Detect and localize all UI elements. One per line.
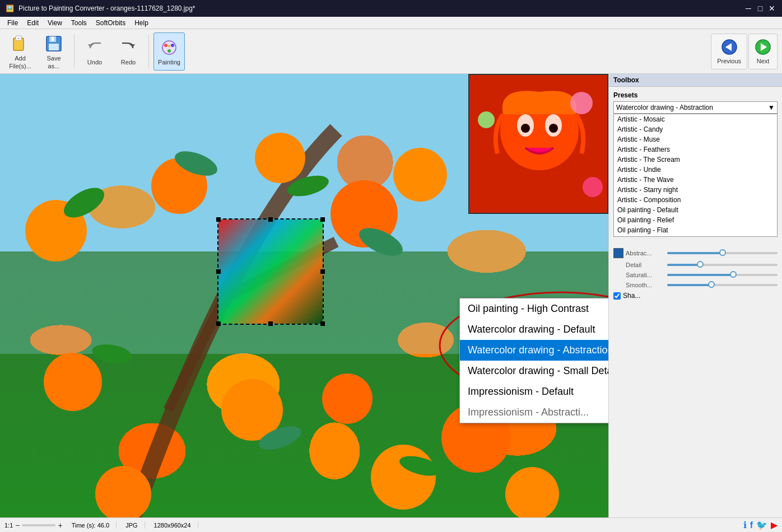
zoom-plus-button[interactable]: + [58, 521, 62, 530]
main-content: Oil painting - High Contrast Watercolor … [0, 74, 782, 517]
twitter-icon[interactable]: 🐦 [756, 520, 767, 530]
dropdown-watercolor-default[interactable]: Watercolor drawing - Default [460, 319, 608, 340]
handle-top-left[interactable] [216, 217, 221, 222]
redo-label: Redo [121, 59, 136, 66]
preset-artistic-the-scream[interactable]: Artistic - The Scream [614, 155, 777, 165]
youtube-icon[interactable]: ▶ [771, 520, 778, 530]
presets-section: Presets Watercolor drawing - Abstraction… [613, 91, 778, 114]
previous-button[interactable]: Previous [711, 34, 747, 69]
menu-softorbits[interactable]: SoftOrbits [91, 18, 130, 28]
presets-dropdown-list[interactable]: Artistic - Mosaic Artistic - Candy Artis… [613, 114, 778, 237]
titlebar-left: 🖼️ Picture to Painting Converter - orang… [6, 4, 196, 12]
preset-artistic-undie[interactable]: Artistic - Undie [614, 165, 777, 175]
preset-artistic-candy[interactable]: Artistic - Candy [614, 124, 777, 134]
add-files-label: Add [15, 55, 26, 62]
selection-box[interactable] [217, 218, 324, 325]
handle-bottom-mid[interactable] [268, 321, 273, 326]
app-title: Picture to Painting Converter - oranges-… [18, 4, 196, 12]
painting-button[interactable]: Painting [153, 32, 185, 71]
abstraction-color-swatch [613, 248, 623, 258]
svg-point-44 [549, 124, 558, 133]
minimize-button[interactable]: ─ [744, 4, 753, 13]
preset-artistic-composition[interactable]: Artistic - Composition [614, 195, 777, 205]
svg-point-47 [583, 177, 603, 197]
handle-top-right[interactable] [320, 217, 325, 222]
svg-point-11 [171, 44, 174, 47]
detail-slider-row: Detail [613, 262, 778, 268]
facebook-icon[interactable]: f [750, 520, 753, 530]
dropdown-impressionism-abstracti[interactable]: Impressionism - Abstracti... [460, 402, 608, 423]
add-files-label2: File(s)... [9, 63, 31, 69]
status-format: JPG [125, 522, 145, 529]
preset-artistic-feathers[interactable]: Artistic - Feathers [614, 144, 777, 155]
saturation-label: Saturati... [626, 272, 665, 278]
sha-checkbox[interactable] [613, 292, 621, 300]
canvas-area[interactable]: Oil painting - High Contrast Watercolor … [0, 74, 608, 517]
dropdown-oil-high-contrast[interactable]: Oil painting - High Contrast [460, 298, 608, 319]
dropdown-impressionism-default[interactable]: Impressionism - Default [460, 381, 608, 402]
save-as-label2: as... [48, 63, 60, 69]
abstraction-track[interactable] [667, 252, 778, 254]
save-as-button[interactable]: Save as... [38, 32, 69, 71]
titlebar: 🖼️ Picture to Painting Converter - orang… [0, 0, 782, 17]
preset-oil-default[interactable]: Oil painting - Default [614, 205, 777, 215]
big-dropdown-overlay[interactable]: Oil painting - High Contrast Watercolor … [459, 298, 608, 423]
svg-point-12 [167, 49, 171, 53]
close-button[interactable]: ✕ [767, 4, 776, 13]
menu-tools[interactable]: Tools [67, 18, 91, 28]
presets-selected: Watercolor drawing - Abstraction [616, 104, 713, 111]
handle-mid-left[interactable] [216, 269, 221, 274]
toolbar-separator-1 [74, 35, 75, 68]
presets-chevron: ▼ [768, 104, 775, 111]
detail-track[interactable] [667, 264, 778, 266]
handle-bottom-left[interactable] [216, 321, 221, 326]
preset-artistic-muse[interactable]: Artistic - Muse [614, 134, 777, 144]
previous-label: Previous [717, 58, 741, 64]
time-value: 46.0 [97, 522, 109, 529]
preset-artistic-the-wave[interactable]: Artistic - The Wave [614, 175, 777, 185]
zoom-level: 1:1 [4, 522, 13, 529]
saturation-fill [667, 274, 733, 276]
saturation-track[interactable] [667, 274, 778, 276]
menu-help[interactable]: Help [130, 18, 153, 28]
painting-icon [159, 38, 179, 58]
smooth-track[interactable] [667, 284, 778, 286]
dropdown-watercolor-small-details[interactable]: Watercolor drawing - Small Details [460, 361, 608, 381]
zoom-minus-button[interactable]: − [15, 521, 20, 530]
zoom-slider[interactable] [22, 524, 55, 526]
maximize-button[interactable]: □ [756, 4, 765, 13]
menu-file[interactable]: File [3, 18, 22, 28]
next-button[interactable]: Next [748, 34, 778, 69]
dropdown-watercolor-abstraction[interactable]: Watercolor drawing - Abstraction [460, 340, 608, 361]
undo-button[interactable]: Undo [79, 32, 110, 71]
toolbox-body: Presets Watercolor drawing - Abstraction… [609, 87, 782, 517]
svg-point-10 [164, 44, 167, 47]
undo-label: Undo [87, 59, 102, 66]
presets-label: Presets [613, 91, 778, 99]
save-as-icon [44, 34, 64, 54]
status-time: Time (s): 46.0 [72, 522, 117, 529]
preset-oil-relief[interactable]: Oil painting - Relief [614, 215, 777, 225]
preset-artistic-starry-night[interactable]: Artistic - Starry night [614, 185, 777, 195]
preview-image [468, 74, 608, 214]
preset-oil-flat[interactable]: Oil painting - Flat [614, 225, 777, 235]
zoom-controls: 1:1 − + [4, 521, 63, 530]
presets-dropdown-wrapper: Watercolor drawing - Abstraction ▼ Artis… [613, 101, 778, 114]
handle-bottom-right[interactable] [320, 321, 325, 326]
redo-button[interactable]: Redo [113, 32, 144, 71]
abstraction-fill [667, 252, 723, 254]
menu-edit[interactable]: Edit [22, 18, 43, 28]
preset-artistic-mosaic[interactable]: Artistic - Mosaic [614, 114, 777, 124]
painting-label: Painting [158, 59, 180, 66]
handle-mid-right[interactable] [320, 269, 325, 274]
handle-top-mid[interactable] [268, 217, 273, 222]
preset-oil-small-details[interactable]: Oil painting - Small Details [614, 235, 777, 237]
saturation-slider-row: Saturati... [613, 272, 778, 278]
presets-dropdown[interactable]: Watercolor drawing - Abstraction ▼ [613, 101, 778, 114]
sliders-section: Abstrac... Detail S [613, 248, 778, 300]
add-files-button[interactable]: + Add File(s)... [4, 32, 36, 71]
smooth-fill [667, 284, 711, 286]
menu-view[interactable]: View [43, 18, 67, 28]
info-icon[interactable]: ℹ [743, 520, 747, 530]
smooth-label: Smooth... [626, 282, 665, 288]
